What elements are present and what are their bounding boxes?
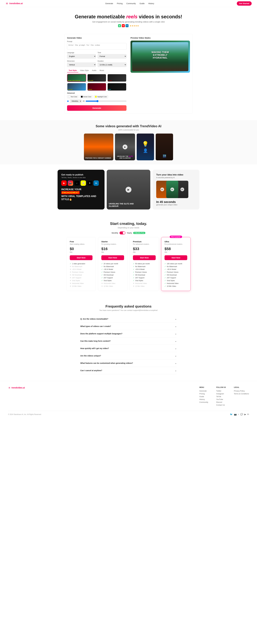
turn-idea-time-sub: generate your unique video	[156, 204, 196, 206]
starter-feat-2: ✓No Watermark	[101, 265, 124, 268]
prompt-input[interactable]	[67, 43, 126, 50]
nav-history[interactable]: History	[148, 2, 154, 4]
faq-question-7[interactable]: What features can be customized when gen…	[80, 362, 177, 364]
footer-bottom: © 2024 Stacktrace AI, Inc. All Rights Re…	[8, 411, 249, 416]
gallery-subtitle: 100% customizable for you	[3, 129, 254, 131]
feature-center-video: ▶ UNVEILING THE GLITZ AND GLAMOUR	[107, 170, 150, 210]
footer-history-link[interactable]: History	[200, 398, 208, 400]
footer-youtube-link[interactable]: YouTube	[216, 398, 226, 400]
tone-select[interactable]: Formal	[98, 54, 126, 58]
nav-generate[interactable]: Generate	[105, 2, 113, 4]
faq-question-1[interactable]: Q: Are the videos monetizable? ⌄	[80, 318, 177, 320]
font-select[interactable]: Helvetica	[70, 100, 82, 103]
faq-question-4[interactable]: Can this make long form content? ⌄	[80, 340, 177, 342]
footer-twitter-link[interactable]: Twitter	[216, 390, 226, 392]
vc-play-3[interactable]: ▶	[180, 188, 184, 191]
footer-discord-icon[interactable]: 💬	[241, 413, 243, 416]
premium-feat-6: ✓24/7 Support	[133, 276, 156, 279]
nav-guide[interactable]: Guide	[140, 2, 145, 4]
vc-play-1[interactable]: ▶	[160, 188, 164, 191]
gallery-item-4[interactable]: 🌃	[156, 134, 173, 160]
nav-community[interactable]: Community	[126, 2, 136, 4]
starter-features: ✓20 videos per month ✓No Watermark ✓+30 …	[101, 262, 124, 288]
tab-video-style[interactable]: Video Style	[78, 68, 90, 72]
gallery-tech-content: 💡 👤	[142, 141, 149, 153]
language-select[interactable]: English	[67, 54, 96, 58]
tab-music[interactable]: Music	[98, 68, 106, 72]
get-started-button[interactable]: Get Started	[237, 1, 252, 6]
duration-select[interactable]: 13-30s (1 credit)	[98, 62, 126, 67]
footer-tiktok-link[interactable]: TikTok	[216, 396, 226, 398]
font-size-slider[interactable]	[85, 100, 126, 102]
turn-idea-cta: In 45 seconds generate your unique video	[156, 200, 196, 206]
footer-tiktok-icon[interactable]: ♪	[238, 413, 239, 416]
footer-privacy-link[interactable]: Privacy Policy	[234, 390, 249, 392]
stroke-color-button[interactable]: Stroke Color	[80, 95, 93, 98]
style-item-2[interactable]: BOLD TEXT	[87, 74, 106, 82]
footer-guide-link[interactable]: Guide	[200, 396, 208, 398]
footer-discord-link[interactable]: Discord	[216, 401, 226, 403]
gallery-item-1[interactable]: PREPARE FOR A VIBRANT SUMMER	[84, 134, 113, 160]
style-item-6[interactable]: NEON	[107, 83, 126, 91]
free-tier: Free	[70, 240, 92, 243]
style-item-5[interactable]: VIBRANT	[87, 83, 106, 91]
instagram-logo: 📷	[68, 180, 73, 186]
dimension-select[interactable]: Vertical	[67, 62, 96, 67]
style-item-3[interactable]: STYLE 3	[107, 74, 126, 82]
faq-item-4: Can this make long form content? ⌄	[80, 338, 177, 345]
faq-question-3[interactable]: Does the platform support multiple langu…	[80, 332, 177, 335]
free-feat-9: ✕10 Min Video	[70, 285, 92, 288]
footer-generate-link[interactable]: Generate	[200, 390, 208, 392]
faq-question-5[interactable]: How quickly will I get my video? ⌄	[80, 347, 177, 350]
tone-label: Tone	[98, 52, 126, 54]
faq-chevron-2: ⌄	[175, 325, 177, 328]
duration-group: Duration 13-30s (1 credit)	[98, 60, 126, 67]
faq-question-8[interactable]: Can I cancel at anytime? ⌄	[80, 369, 177, 372]
footer-contact-link[interactable]: Contact Us	[216, 404, 226, 406]
ultra-btn[interactable]: Start Now	[165, 255, 187, 260]
style-tabs: Text Style Video Style Audio Music	[67, 68, 126, 72]
billing-toggle-switch[interactable]	[120, 232, 125, 234]
footer-linkedin-icon[interactable]: in	[247, 413, 249, 416]
faq-q-text-3: Does the platform support multiple langu…	[80, 332, 122, 335]
footer-twitter-icon[interactable]: 🐦	[230, 413, 233, 416]
generate-button[interactable]: Generate	[67, 105, 126, 111]
viral-text-line3: WITH VIRAL TEMPLATES AND STYLE🔥	[61, 195, 101, 201]
play-button-2[interactable]: ▶	[123, 144, 127, 149]
ultra-feat-7: ✓Viral Styles	[165, 279, 187, 282]
faq-question-6[interactable]: Are the videos unique? ⌄	[80, 354, 177, 357]
center-play-button[interactable]: ▶	[126, 187, 131, 192]
text-color-button[interactable]: Text Color	[67, 95, 79, 98]
tab-text-style[interactable]: Text Style	[67, 68, 78, 72]
footer-community-link[interactable]: Community	[200, 401, 208, 403]
navbar: trendvideo.ai Generate Pricing Community…	[0, 0, 257, 7]
free-feat-5: ✕HD Download	[70, 274, 92, 276]
style-item-4[interactable]: VIRA TEXT	[67, 83, 86, 91]
gallery-item-2[interactable]: ▶ UNVEILING THE GLITZ AND GLAMOUR	[115, 134, 135, 160]
footer-youtube-icon[interactable]: ▶	[245, 413, 246, 416]
style-item-1[interactable]: MAKING THEM HYDRATING	[67, 74, 86, 82]
nav-pricing[interactable]: Pricing	[117, 2, 123, 4]
yearly-badge: 3 Months Free	[133, 232, 145, 234]
pricing-premium: Premium For advanced creators. $33 /Mo S…	[130, 237, 159, 291]
footer-pricing-link[interactable]: Pricing	[200, 393, 208, 395]
footer-instagram-icon[interactable]: 📷	[234, 413, 237, 416]
premium-btn[interactable]: Start Now	[133, 255, 156, 260]
premium-period: /Mo	[133, 251, 156, 253]
footer-terms-link[interactable]: Terms & Conditions	[234, 393, 249, 395]
free-feat-1: ✓1 video generation	[70, 262, 92, 265]
vc-play-2[interactable]: ▶	[170, 188, 174, 191]
free-btn[interactable]: Start Now	[70, 255, 92, 260]
footer-instagram-link[interactable]: Instagram	[216, 393, 226, 395]
font-radio[interactable]	[67, 100, 69, 102]
highlight-color-button[interactable]: Highlight Color	[94, 95, 108, 98]
publish-subtitle: TikToks, Reels, Shorts in one click	[61, 177, 101, 178]
faq-question-2[interactable]: What types of videos can I create? ⌄	[80, 325, 177, 328]
starter-btn[interactable]: Start Now	[101, 255, 124, 260]
footer-follow-title: FOLLOW US	[216, 386, 226, 388]
logo[interactable]: trendvideo.ai	[5, 2, 23, 5]
preview-video: MAKING THEM EXTREMELY HYDRATING.	[131, 40, 190, 73]
ultra-feat-1: ✓100 videos per month	[165, 262, 187, 265]
gallery-item-3[interactable]: 💡 👤	[137, 134, 154, 160]
tab-audio[interactable]: Audio	[90, 68, 98, 72]
